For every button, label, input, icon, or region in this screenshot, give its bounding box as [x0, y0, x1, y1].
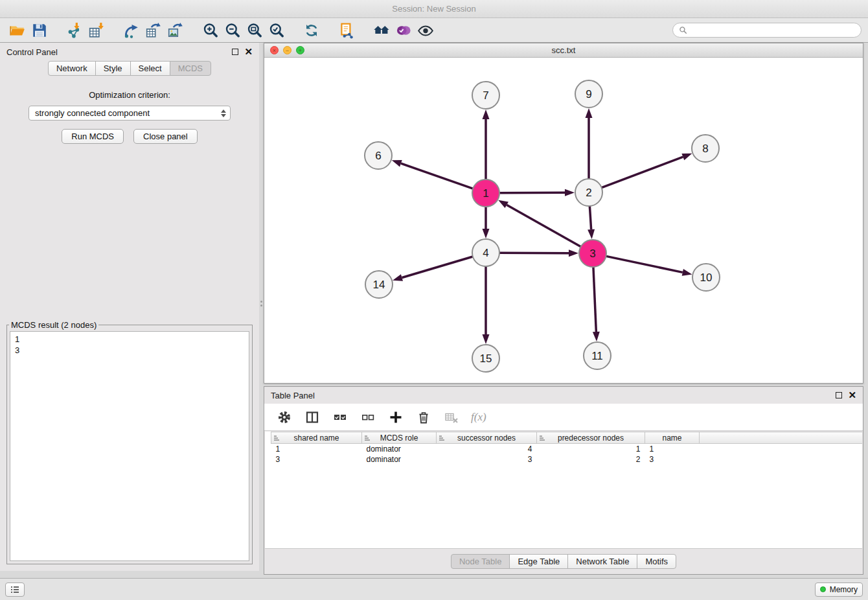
column-header-mcds-role[interactable]: MCDS role: [362, 432, 437, 444]
graph-edge-1-2[interactable]: [499, 192, 565, 193]
graph-edge-arrow: [483, 229, 490, 238]
graph-edge-arrow: [682, 269, 692, 276]
mcds-result-line: 3: [15, 345, 244, 356]
import-table-icon: [88, 22, 105, 39]
close-panel-button[interactable]: Close panel: [133, 129, 198, 144]
home-button[interactable]: [371, 20, 393, 41]
memory-button[interactable]: Memory: [815, 583, 863, 597]
delete-table-button[interactable]: [443, 409, 460, 426]
close-panel-icon[interactable]: ✕: [244, 49, 253, 55]
graph-node-label: 14: [373, 279, 385, 291]
graph-edge-arrow: [393, 274, 403, 281]
close-window-icon[interactable]: ×: [270, 46, 279, 54]
optimization-criterion-select[interactable]: strongly connected component: [29, 106, 231, 121]
maximize-window-icon[interactable]: +: [296, 46, 304, 54]
refresh-view-button[interactable]: [301, 20, 323, 41]
column-header-predecessor-nodes[interactable]: predecessor nodes: [537, 432, 645, 444]
split-columns-icon: [305, 410, 319, 424]
graph-edge-2-3[interactable]: [589, 206, 591, 229]
import-table-button[interactable]: [86, 20, 108, 41]
network-window-titlebar[interactable]: × − + scc.txt: [264, 43, 863, 58]
zoom-in-icon: [202, 22, 219, 39]
tab-mcds[interactable]: MCDS: [170, 61, 211, 76]
table-header-row: shared name MCDS role successor nodes pr…: [271, 432, 863, 444]
unselect-all-columns-button[interactable]: [360, 409, 376, 426]
search-icon: [679, 26, 687, 34]
tab-style[interactable]: Style: [95, 61, 131, 76]
import-network-icon: [66, 22, 83, 39]
table-cell: 3: [271, 454, 362, 465]
run-mcds-button[interactable]: Run MCDS: [62, 129, 124, 144]
minimize-window-icon[interactable]: −: [283, 46, 291, 54]
selected-criterion-value: strongly connected component: [35, 108, 218, 118]
graph-edge-arrow: [681, 154, 692, 160]
zoom-fit-button[interactable]: [244, 20, 266, 41]
export-network-button[interactable]: [120, 20, 143, 41]
table-settings-button[interactable]: [276, 409, 293, 426]
mcds-result-list[interactable]: 13: [10, 331, 249, 561]
apply-style-button[interactable]: [393, 20, 415, 41]
add-row-button[interactable]: [387, 409, 404, 426]
tab-select[interactable]: Select: [130, 61, 170, 76]
network-window-title: scc.txt: [552, 45, 576, 55]
eye-icon: [417, 22, 434, 39]
graph-edge-4-14[interactable]: [402, 257, 472, 277]
copy-view-button[interactable]: [336, 20, 358, 41]
status-bar: Memory: [0, 578, 868, 600]
tab-edge-table[interactable]: Edge Table: [509, 554, 568, 569]
tab-motifs[interactable]: Motifs: [637, 554, 676, 569]
table-row[interactable]: 1dominator411: [271, 444, 863, 454]
table-cell: 1: [645, 444, 700, 454]
zoom-in-button[interactable]: [200, 20, 222, 41]
float-panel-icon[interactable]: [232, 49, 238, 55]
export-image-icon: [167, 22, 184, 39]
network-canvas[interactable]: 7968124314101511: [264, 58, 863, 383]
zoom-selected-button[interactable]: [266, 20, 288, 41]
graph-edge-2-8[interactable]: [602, 157, 683, 188]
panel-splitter[interactable]: [259, 43, 264, 571]
sort-icon: [439, 435, 445, 442]
graph-edge-3-11[interactable]: [593, 267, 596, 332]
search-field[interactable]: [672, 23, 862, 38]
split-columns-button[interactable]: [304, 409, 321, 426]
show-graphics-details-button[interactable]: [415, 20, 437, 41]
export-table-icon: [145, 22, 162, 39]
sort-icon: [273, 435, 280, 442]
export-network-icon: [123, 22, 140, 39]
graph-edge-4-3[interactable]: [499, 253, 569, 253]
import-network-button[interactable]: [63, 20, 86, 41]
graph-edge-arrow: [498, 200, 508, 208]
search-input[interactable]: [691, 25, 855, 35]
function-builder-button[interactable]: f(x): [471, 411, 486, 424]
list-icon: [10, 586, 19, 594]
graph-node-label: 11: [591, 350, 603, 362]
column-header-name[interactable]: name: [645, 432, 700, 444]
task-history-button[interactable]: [5, 583, 25, 597]
graph-node-label: 10: [700, 271, 713, 284]
delete-row-button[interactable]: [415, 409, 432, 426]
graph-edge-3-10[interactable]: [606, 256, 683, 272]
graph-edge-1-6[interactable]: [401, 163, 473, 189]
tab-network-table[interactable]: Network Table: [567, 554, 637, 569]
export-image-button[interactable]: [165, 20, 187, 41]
column-header-successor-nodes[interactable]: successor nodes: [437, 432, 537, 444]
tab-node-table[interactable]: Node Table: [451, 554, 510, 569]
table-row[interactable]: 3dominator323: [271, 454, 863, 465]
graph-node-label: 15: [480, 352, 492, 365]
graph-edge-3-1[interactable]: [507, 205, 580, 247]
zoom-out-button[interactable]: [222, 20, 244, 41]
control-panel: Control Panel ✕ Network Style Select MCD…: [0, 43, 259, 571]
open-session-button[interactable]: [6, 20, 29, 41]
table-cell-filler: [700, 454, 863, 465]
graph-node-label: 1: [483, 187, 488, 200]
save-session-button[interactable]: [29, 20, 51, 41]
float-table-panel-icon[interactable]: [836, 392, 842, 398]
select-all-columns-button[interactable]: [332, 409, 348, 426]
close-table-panel-icon[interactable]: ✕: [848, 392, 856, 398]
column-header-shared-name[interactable]: shared name: [271, 432, 362, 444]
tab-network[interactable]: Network: [48, 61, 96, 76]
table-panel: Table Panel ✕: [264, 386, 863, 575]
export-table-button[interactable]: [143, 20, 165, 41]
checked-boxes-icon: [333, 410, 347, 424]
mcds-result-title: MCDS result (2 nodes): [9, 320, 98, 330]
